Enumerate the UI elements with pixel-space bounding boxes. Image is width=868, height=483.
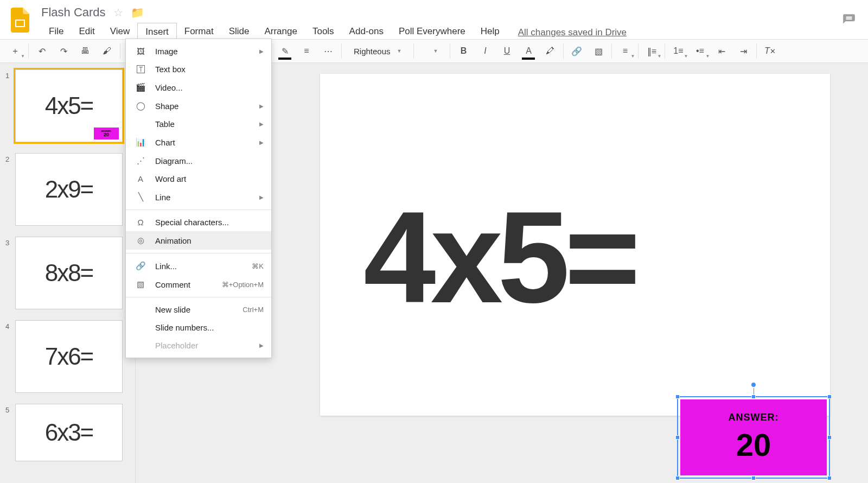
star-icon[interactable]: ☆ <box>113 6 123 19</box>
thumbnail[interactable]: 8x8= <box>15 237 123 309</box>
submenu-caret-icon: ▶ <box>259 139 264 145</box>
submenu-caret-icon: ▶ <box>259 48 264 54</box>
thumbnail[interactable]: 7x6= <box>15 320 123 393</box>
main-equation[interactable]: 4x5= <box>363 182 808 332</box>
submenu-caret-icon: ▶ <box>259 103 264 109</box>
menu-item-word-art[interactable]: AWord art <box>126 170 271 188</box>
font-size-selector[interactable]: ▼ <box>416 40 448 62</box>
image-icon: 🖼 <box>135 47 146 56</box>
menu-shortcut: ⌘+Option+M <box>222 281 264 289</box>
border-dash-button[interactable]: ⋯ <box>317 40 339 62</box>
border-weight-button[interactable]: ≡ <box>296 40 317 62</box>
line-icon: ╲ <box>135 192 146 202</box>
menu-item-link[interactable]: 🔗Link...⌘K <box>126 257 271 275</box>
insert-comment-button[interactable]: ▧ <box>588 40 609 62</box>
resize-handle[interactable] <box>827 435 832 440</box>
thumb-row[interactable]: 1 4x5= ANSWER:20 <box>0 63 135 147</box>
menu-item-label: Table <box>155 119 175 129</box>
thumb-row[interactable]: 5 6x3= <box>0 397 135 466</box>
clear-formatting-button[interactable]: T✕ <box>759 40 781 62</box>
font-selector[interactable]: Righteous▼ <box>344 40 411 62</box>
video-icon: 🎬 <box>135 82 146 92</box>
bold-button[interactable]: B <box>452 40 474 62</box>
menu-item-shape[interactable]: ◯Shape▶ <box>126 97 271 115</box>
bulleted-list-button[interactable]: •≡ <box>689 40 711 62</box>
text-color-button[interactable]: A <box>518 40 539 62</box>
paint-format-button[interactable]: 🖌 <box>96 40 118 62</box>
undo-button[interactable]: ↶ <box>31 40 53 62</box>
shape-icon: ◯ <box>135 101 146 111</box>
wordart-icon: A <box>135 174 146 183</box>
title-area: Flash Cards ☆ 📁 File Edit View Insert Fo… <box>31 5 627 41</box>
menu-item-new-slide[interactable]: New slideCtrl+M <box>126 301 271 319</box>
thumb-equation: 4x5= <box>45 92 93 119</box>
rotate-handle[interactable] <box>751 382 756 387</box>
menu-separator <box>126 209 271 210</box>
menu-tools[interactable]: Tools <box>305 23 342 41</box>
thumbnail[interactable]: 2x9= <box>15 153 123 226</box>
thumb-number: 1 <box>5 69 15 80</box>
slide[interactable]: 4x5= ANSWER: 20 <box>320 74 830 416</box>
thumb-row[interactable]: 4 7x6= <box>0 314 135 397</box>
menu-polleverywhere[interactable]: Poll Everywhere <box>391 23 473 41</box>
separator <box>611 43 612 59</box>
menu-item-text-box[interactable]: 🅃Text box <box>126 60 271 78</box>
separator <box>450 43 450 59</box>
menu-item-line[interactable]: ╲Line▶ <box>126 188 271 206</box>
resize-handle[interactable] <box>751 395 756 399</box>
doc-title[interactable]: Flash Cards <box>41 5 106 20</box>
insert-link-button[interactable]: 🔗 <box>566 40 588 62</box>
menu-item-table[interactable]: Table▶ <box>126 115 271 133</box>
separator <box>28 43 29 59</box>
thumb-row[interactable]: 3 8x8= <box>0 230 135 314</box>
menu-item-video[interactable]: 🎬Video... <box>126 78 271 97</box>
menu-item-placeholder: Placeholder▶ <box>126 336 271 354</box>
menu-item-label: Chart <box>155 138 175 147</box>
resize-handle[interactable] <box>675 435 680 440</box>
redo-button[interactable]: ↷ <box>53 40 74 62</box>
resize-handle[interactable] <box>675 395 680 399</box>
separator <box>120 43 120 59</box>
comments-icon[interactable] <box>842 13 856 29</box>
separator <box>413 43 414 59</box>
thumbnail[interactable]: 6x3= <box>15 404 123 461</box>
resize-handle[interactable] <box>675 476 680 480</box>
thumbnail[interactable]: 4x5= ANSWER:20 <box>15 69 123 142</box>
menu-item-image[interactable]: 🖼Image▶ <box>126 42 271 60</box>
line-spacing-button[interactable]: ‖≡ <box>641 40 662 62</box>
menu-item-animation[interactable]: ◎Animation <box>126 231 271 250</box>
border-color-button[interactable]: ✎ <box>274 40 296 62</box>
menu-item-label: Link... <box>155 262 177 271</box>
separator <box>756 43 757 59</box>
menu-item-chart[interactable]: 📊Chart▶ <box>126 133 271 151</box>
chart-icon: 📊 <box>135 137 146 147</box>
menu-help[interactable]: Help <box>473 23 507 41</box>
thumb-number: 2 <box>5 153 15 163</box>
folder-icon[interactable]: 📁 <box>131 6 144 19</box>
numbered-list-button[interactable]: 1≡ <box>667 40 689 62</box>
resize-handle[interactable] <box>751 476 756 480</box>
menu-item-comment[interactable]: ▧Comment⌘+Option+M <box>126 275 271 294</box>
menu-addons[interactable]: Add-ons <box>342 23 391 41</box>
indent-button[interactable]: ⇥ <box>732 40 754 62</box>
menu-item-diagram[interactable]: ⋰Diagram... <box>126 151 271 170</box>
resize-handle[interactable] <box>827 476 832 480</box>
highlight-button[interactable]: 🖍 <box>539 40 561 62</box>
menu-item-special-characters[interactable]: ΩSpecial characters... <box>126 213 271 231</box>
menu-item-label: Line <box>155 193 170 202</box>
align-button[interactable]: ≡ <box>614 40 636 62</box>
print-button[interactable]: 🖶 <box>74 40 96 62</box>
thumb-row[interactable]: 2 2x9= <box>0 147 135 230</box>
answer-box[interactable]: ANSWER: 20 <box>680 399 827 475</box>
save-status[interactable]: All changes saved in Drive <box>518 27 627 41</box>
menu-file[interactable]: File <box>41 23 71 41</box>
outdent-button[interactable]: ⇤ <box>711 40 732 62</box>
thumb-number: 4 <box>5 320 15 331</box>
menu-edit[interactable]: Edit <box>71 23 102 41</box>
italic-button[interactable]: I <box>474 40 496 62</box>
menu-item-slide-numbers[interactable]: Slide numbers... <box>126 319 271 336</box>
new-slide-button[interactable]: ＋ <box>4 40 26 62</box>
menu-separator <box>126 253 271 253</box>
resize-handle[interactable] <box>827 395 832 399</box>
underline-button[interactable]: U <box>496 40 518 62</box>
